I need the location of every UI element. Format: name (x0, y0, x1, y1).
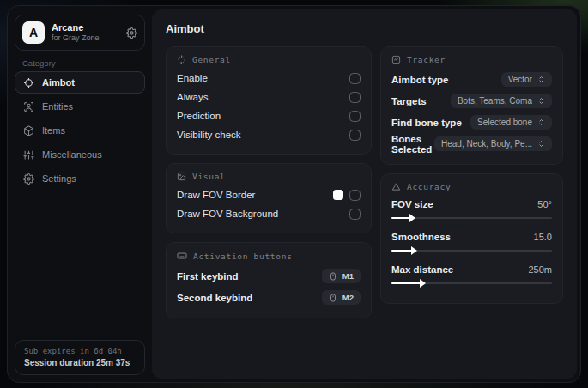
max-distance-slider[interactable] (391, 282, 552, 284)
slider-group-fov-size: FOV size 50° (391, 196, 552, 219)
sidebar: A Arcane for Gray Zone Category Aimbot E… (8, 6, 152, 382)
brand-name: Arcane (52, 22, 100, 34)
panel-general: General Enable Always Prediction (166, 46, 372, 155)
cube-icon (23, 125, 34, 136)
sidebar-item-entities[interactable]: Entities (15, 95, 145, 118)
app-window: A Arcane for Gray Zone Category Aimbot E… (7, 5, 581, 383)
panel-accuracy: Accuracy FOV size 50° (380, 173, 563, 304)
setting-row-second-keybind: Second keybind M2 (177, 287, 361, 308)
always-checkbox[interactable] (349, 92, 361, 103)
person-scan-icon (23, 101, 34, 112)
sidebar-item-settings[interactable]: Settings (15, 167, 145, 190)
setting-row-targets: Targets Bots, Teams, Coma (391, 90, 552, 112)
setting-row-enable: Enable (177, 69, 361, 88)
sidebar-item-label: Items (42, 125, 65, 136)
setting-row-aimbot-type: Aimbot type Vector (391, 69, 552, 90)
panel-title: Activation buttons (193, 252, 293, 261)
visibility-check-checkbox[interactable] (349, 130, 361, 141)
brand-text: Arcane for Gray Zone (52, 22, 100, 44)
sliders-icon (23, 149, 34, 161)
gear-icon[interactable] (126, 27, 137, 39)
panel-accuracy-header: Accuracy (391, 182, 552, 191)
brand-card: A Arcane for Gray Zone (15, 15, 145, 51)
fov-size-value: 50° (537, 199, 552, 209)
slider-thumb[interactable] (409, 214, 415, 222)
chevron-up-down-icon (537, 97, 545, 105)
smoothness-value: 15.0 (534, 232, 552, 242)
max-distance-value: 250m (528, 264, 552, 275)
image-icon (177, 172, 186, 181)
fov-size-slider[interactable] (391, 217, 552, 219)
panel-title: General (192, 55, 231, 64)
panel-title: Visual (192, 172, 226, 181)
panel-tracker: Tracker Aimbot type Vector Targets (380, 46, 563, 165)
first-keybind-button[interactable]: M1 (322, 269, 361, 283)
enable-checkbox[interactable] (349, 73, 361, 84)
category-label: Category (22, 58, 152, 68)
draw-fov-background-checkbox[interactable] (349, 209, 361, 220)
sidebar-item-label: Aimbot (42, 77, 75, 88)
triangle-icon (391, 182, 401, 191)
find-bone-type-dropdown[interactable]: Selected bone (470, 115, 552, 130)
brand-subtitle: for Gray Zone (52, 33, 100, 43)
subscription-card: Sub expires in 6d 04h Session duration 2… (15, 340, 145, 375)
brand-logo: A (22, 21, 45, 44)
panel-activation-header: Activation buttons (177, 251, 361, 261)
left-column: General Enable Always Prediction (166, 46, 372, 327)
panel-activation-buttons: Activation buttons First keybind M1 Seco… (166, 242, 372, 318)
sidebar-item-aimbot[interactable]: Aimbot (15, 71, 145, 94)
setting-row-prediction: Prediction (177, 106, 361, 125)
right-column: Tracker Aimbot type Vector Targets (380, 46, 563, 312)
slider-thumb[interactable] (420, 279, 426, 288)
setting-row-bones-selected: Bones Selected Head, Neck, Body, Pe... (391, 133, 552, 155)
slider-group-smoothness: Smoothness 15.0 (391, 228, 552, 252)
sub-expiry-text: Sub expires in 6d 04h (24, 347, 136, 355)
sidebar-item-label: Settings (42, 173, 76, 184)
crosshair-dotted-icon (177, 55, 186, 64)
bones-selected-dropdown[interactable]: Head, Neck, Body, Pe... (434, 136, 552, 151)
page-title: Aimbot (166, 22, 563, 35)
panel-tracker-header: Tracker (391, 55, 552, 64)
setting-row-visibility-check: Visibility check (177, 125, 361, 144)
mouse-icon (329, 272, 337, 281)
setting-row-draw-fov-background: Draw FOV Background (177, 204, 361, 223)
smoothness-slider[interactable] (391, 250, 552, 252)
setting-row-first-keybind: First keybind M1 (177, 265, 361, 287)
panel-title: Tracker (407, 55, 446, 64)
sidebar-item-label: Entities (42, 101, 73, 112)
gear-icon (23, 173, 34, 185)
chevron-up-down-icon (537, 76, 545, 83)
chevron-up-down-icon (537, 118, 545, 126)
slider-group-max-distance: Max distance 250m (391, 261, 552, 284)
panel-general-header: General (177, 55, 361, 64)
aimbot-type-dropdown[interactable]: Vector (501, 72, 552, 87)
setting-row-always: Always (177, 88, 361, 106)
draw-fov-border-checkbox[interactable] (349, 190, 361, 201)
sidebar-item-items[interactable]: Items (15, 119, 145, 142)
panel-title: Accuracy (407, 182, 451, 191)
main-content: Aimbot General Enable (152, 9, 577, 379)
keyboard-icon (177, 251, 187, 261)
crosshair-icon (23, 77, 34, 88)
sidebar-item-label: Miscellaneous (42, 149, 102, 160)
chevron-up-down-icon (537, 140, 545, 148)
setting-row-find-bone-type: Find bone type Selected bone (391, 112, 552, 133)
session-duration-text: Session duration 25m 37s (24, 358, 136, 367)
prediction-checkbox[interactable] (349, 111, 361, 122)
panel-visual-header: Visual (177, 172, 361, 181)
sidebar-item-miscellaneous[interactable]: Miscellaneous (15, 143, 145, 166)
second-keybind-button[interactable]: M2 (322, 290, 361, 305)
panel-visual: Visual Draw FOV Border Draw FOV Backgrou… (166, 163, 372, 233)
targets-dropdown[interactable]: Bots, Teams, Coma (451, 94, 552, 108)
setting-row-draw-fov-border: Draw FOV Border (177, 185, 361, 204)
mouse-icon (329, 294, 337, 302)
slider-thumb[interactable] (411, 246, 417, 255)
fov-border-color-picker[interactable] (333, 190, 343, 200)
activity-icon (391, 55, 401, 64)
